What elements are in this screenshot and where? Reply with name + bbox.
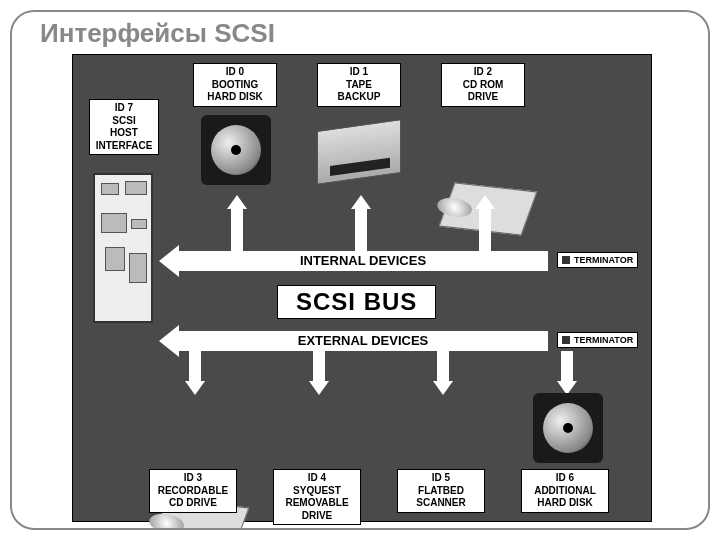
- arrow-down-icon: [185, 381, 205, 395]
- tape-drive-icon: [317, 119, 401, 185]
- arrow-down-icon: [309, 381, 329, 395]
- internal-bar: INTERNAL DEVICES: [178, 251, 548, 271]
- host-adapter-icon: [93, 173, 153, 323]
- arrow-left-icon: [159, 325, 179, 357]
- label-id5: ID 5 FLATBED SCANNER: [397, 469, 485, 513]
- bus-label: SCSI BUS: [277, 285, 436, 319]
- label-id2: ID 2 CD ROM DRIVE: [441, 63, 525, 107]
- arrow-down-icon: [433, 381, 453, 395]
- host-label: ID 7 SCSI HOST INTERFACE: [89, 99, 159, 155]
- label-id0: ID 0 BOOTING HARD DISK: [193, 63, 277, 107]
- arrow-left-icon: [159, 245, 179, 277]
- terminator-internal: TERMINATOR: [557, 252, 638, 268]
- terminator-external: TERMINATOR: [557, 332, 638, 348]
- scsi-diagram: ID 7 SCSI HOST INTERFACE ID 0 BOOTING HA…: [72, 54, 652, 522]
- slide-title: Интерфейсы SCSI: [40, 18, 275, 49]
- arrow-up-icon: [351, 195, 371, 209]
- external-bar: EXTERNAL DEVICES: [178, 331, 548, 351]
- slide-frame: Интерфейсы SCSI ID 7 SCSI HOST INTERFACE…: [10, 10, 710, 530]
- external-label: EXTERNAL DEVICES: [178, 333, 548, 348]
- arrow-up-icon: [227, 195, 247, 209]
- hdd-icon: [533, 393, 603, 463]
- label-id3: ID 3 RECORDABLE CD DRIVE: [149, 469, 237, 513]
- label-id4: ID 4 SYQUEST REMOVABLE DRIVE: [273, 469, 361, 525]
- hdd-icon: [201, 115, 271, 185]
- arrow-up-icon: [475, 195, 495, 209]
- label-id1: ID 1 TAPE BACKUP: [317, 63, 401, 107]
- internal-label: INTERNAL DEVICES: [178, 253, 548, 268]
- label-id6: ID 6 ADDITIONAL HARD DISK: [521, 469, 609, 513]
